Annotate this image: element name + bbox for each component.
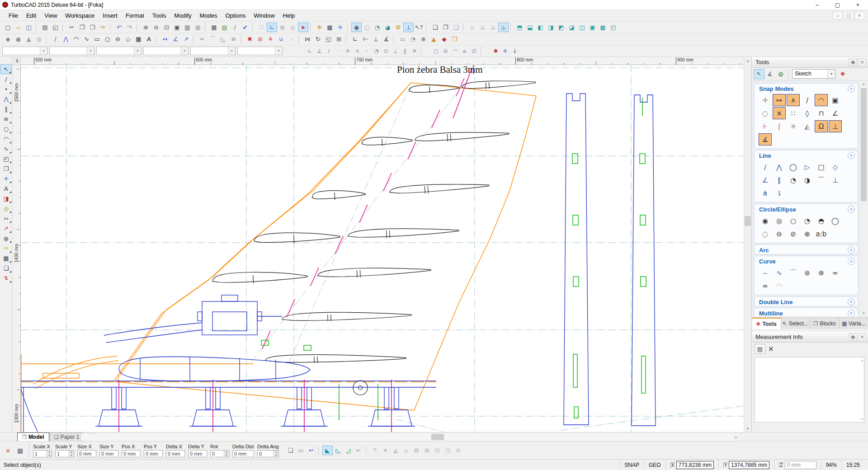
property-combo[interactable]: ▾ [2, 47, 47, 55]
mirror-icon[interactable]: ⋈ [302, 34, 313, 44]
corner-l-icon[interactable]: ∟ [350, 34, 360, 44]
field-input[interactable]: 0 mm [144, 450, 163, 457]
circle-tool-icon[interactable]: ○ [102, 34, 113, 44]
tab-variables[interactable]: ▦ Varia... [840, 318, 868, 329]
menu-help[interactable]: Help [279, 11, 299, 20]
arc-tool-icon[interactable]: ◠ [71, 34, 81, 44]
horizontal-scroll-thumb[interactable] [431, 434, 444, 440]
ellipse-rotated-icon[interactable]: ⊘ [787, 228, 800, 240]
view-right-icon[interactable]: ◨ [546, 23, 556, 32]
field-input[interactable]: 1 [55, 450, 74, 457]
menu-modes[interactable]: Modes [195, 11, 221, 20]
rotate-icon[interactable]: ↻ [313, 34, 323, 44]
snap-tangent-icon[interactable]: ∠ [829, 107, 842, 119]
ucs-icon[interactable]: ∟ [267, 23, 277, 32]
text-tool-icon[interactable]: A [144, 34, 154, 44]
section-header[interactable]: Multiline « [755, 308, 858, 316]
menu-window[interactable]: Window [250, 11, 278, 20]
render-scene-full-icon[interactable]: ♨ [498, 23, 509, 32]
snap-ortho-icon[interactable]: ⊥ [829, 120, 842, 132]
snap-end-icon[interactable]: ✛ [343, 47, 353, 55]
modify-chamfer-icon[interactable]: ◺ [218, 34, 228, 44]
line-tangent-two-arcs-icon[interactable]: ◑ [801, 174, 814, 186]
property-combo[interactable]: ▾ [96, 47, 142, 55]
grid-icon[interactable]: ∷ [256, 23, 267, 32]
ellipse-icon[interactable]: ⊖ [773, 228, 786, 240]
curve-tool-icon[interactable]: ∿ [81, 34, 92, 44]
snap-quad-icon[interactable]: ◔ [372, 47, 381, 55]
ruler-corner-icon[interactable]: ↴ [13, 57, 21, 65]
palette-world-icon[interactable]: ◍ [775, 69, 786, 79]
palette-select-icon[interactable]: ↖ [754, 69, 764, 79]
paste-special-icon[interactable]: ▩ [325, 23, 335, 32]
palette-scrollbar[interactable]: ▴ ▾ [860, 81, 867, 316]
snap-magnetic-icon[interactable]: Ω [815, 120, 828, 132]
snap-vertex-icon[interactable]: ∧ [787, 94, 800, 106]
expand-icon[interactable]: « [848, 246, 855, 254]
package-icon[interactable]: ❒ [449, 34, 460, 44]
duplicate-icon[interactable]: ❏ [0, 263, 12, 273]
field-input[interactable]: 1 [33, 450, 52, 457]
fill-mode-solid-icon[interactable]: ◣ [322, 446, 333, 455]
chevron-down-icon[interactable]: ▾ [40, 47, 47, 55]
circle-helper-icon[interactable]: ○ [431, 47, 441, 55]
scroll-down-icon[interactable]: ▾ [860, 310, 867, 316]
drawing-canvas[interactable]: Pion żebra Balsa 3mm [21, 65, 744, 432]
menu-tools[interactable]: Tools [148, 11, 170, 20]
select-rect-icon[interactable]: ▦ [0, 253, 12, 263]
ortho-mode-icon[interactable]: ∟ [305, 47, 315, 55]
x-coordinate-field[interactable]: 773,8238 mm [676, 461, 714, 469]
explode-tool-icon[interactable]: ✳ [265, 34, 276, 44]
modify-fillet-icon[interactable]: ⌒ [208, 34, 218, 44]
hook-icon[interactable]: ↩ [306, 446, 316, 455]
chevron-down-icon[interactable]: ▾ [134, 47, 141, 55]
rect-tool-icon[interactable]: ▭ [92, 34, 102, 44]
snap-angular-icon[interactable]: ∡ [759, 133, 772, 146]
zoom-marker-icon[interactable]: ◎ [0, 203, 12, 213]
section-header[interactable]: Line « [755, 150, 858, 160]
pen-icon[interactable]: ∕ [230, 23, 240, 32]
line-perpendicular-icon[interactable]: ∠ [759, 174, 772, 186]
snap-mouse-icon[interactable]: ✛ [759, 94, 772, 106]
render-hidden-icon[interactable]: ◔ [372, 23, 382, 32]
tab-blocks[interactable]: ❒ Blocks [810, 318, 840, 329]
zoom-selection-icon[interactable]: ⊡ [161, 23, 172, 32]
aerial-view-icon[interactable]: ➤ [298, 23, 308, 32]
line-tool-icon[interactable]: ∕ [50, 34, 61, 44]
line-axis-icon[interactable]: ⇂ [773, 187, 786, 199]
section-header[interactable]: Circle/Ellipse « [755, 204, 858, 213]
modify-trim-icon[interactable]: ✂ [197, 34, 208, 44]
circle-3point-icon[interactable]: ◔ [801, 215, 814, 227]
view-front-icon[interactable]: ⬒ [514, 23, 525, 32]
line-irregular-polygon-icon[interactable]: ▷ [801, 161, 814, 173]
arrow-small-icon[interactable]: ↓ [510, 47, 519, 55]
print-icon[interactable]: ▤ [40, 23, 50, 32]
line-parallel-icon[interactable]: ∥ [773, 174, 786, 186]
mdi-close-button[interactable]: × [854, 12, 864, 19]
pin-icon[interactable]: ◉ [849, 333, 857, 341]
format-painter-icon[interactable]: ✑ [98, 23, 108, 32]
snap-arc-center-icon[interactable]: ◠ [815, 94, 828, 106]
snap-workplane-icon[interactable]: ◭ [801, 120, 814, 132]
paste-icon[interactable]: ❒ [87, 23, 98, 32]
polar-mode-icon[interactable]: ∠ [315, 47, 324, 55]
lock-icon[interactable]: ▲ [429, 34, 439, 44]
table-tool-icon[interactable]: ▦ [133, 34, 144, 44]
menu-view[interactable]: View [40, 11, 61, 20]
marker-icon[interactable]: ✱ [491, 47, 500, 55]
view-iso-ne-icon[interactable]: ◫ [577, 23, 587, 32]
copy-icon[interactable]: ❐ [77, 23, 87, 32]
line-rectangle-icon[interactable]: □ [815, 161, 828, 173]
chevron-down-icon[interactable]: ▾ [228, 47, 235, 55]
protractor-icon[interactable]: ◔ [408, 34, 418, 44]
style-manager-icon[interactable]: ❖ [837, 69, 848, 79]
geo-toggle[interactable]: GEO [644, 460, 665, 470]
style-combo[interactable]: Sketch ▾ [792, 69, 835, 79]
z-coordinate-field[interactable]: 0 mm [785, 461, 816, 469]
leader-tool-icon[interactable]: ↗ [181, 34, 191, 44]
line-polygon-icon[interactable]: ◯ [787, 161, 800, 173]
snap-quadrant-icon[interactable]: ◌ [759, 107, 772, 119]
curve-closed-icon[interactable]: ∞ [829, 267, 842, 279]
extrude-icon[interactable]: ❒ [0, 164, 12, 174]
scroll-down-icon[interactable]: ▾ [744, 425, 751, 432]
